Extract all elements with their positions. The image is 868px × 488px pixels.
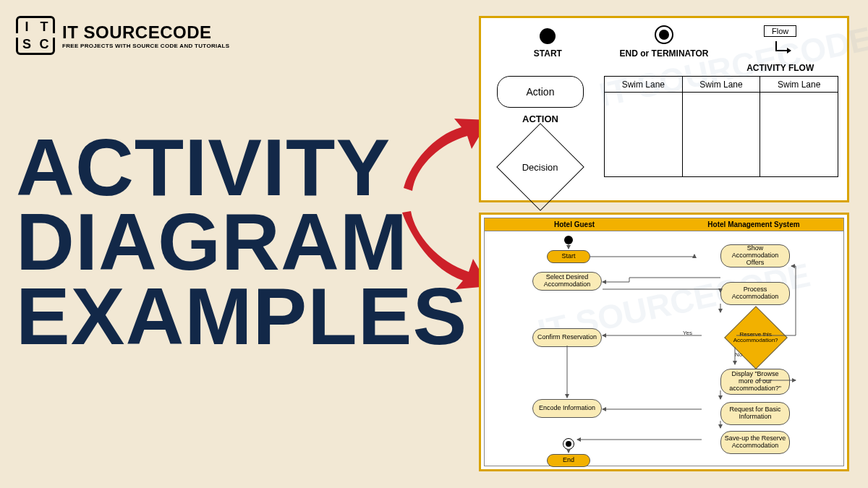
logo-letter: T [35,18,53,35]
lane-body: Show Accommodation Offers Process Accomm… [664,231,843,466]
activity-node: Confirm Reservation [532,328,602,347]
decision-node: Reserve this Accommodation? [724,306,788,369]
legend-end: END or TERMINATOR [606,25,723,73]
lane-header: Hotel Guest [485,218,664,231]
end-node-icon [655,25,673,44]
logo-letter: S [18,35,35,53]
start-node-icon [540,28,556,44]
swimlane-guest: Hotel Guest Start Select Desired Accommo… [485,218,664,466]
lane-header: Hotel Management System [664,218,843,231]
legend-label: ACTIVITY FLOW [746,63,814,73]
activity-node: Select Desired Accommodation [532,272,602,291]
decision-label: Reserve this Accommodation? [733,332,778,344]
logo-letter: I [18,18,35,35]
end-node-icon [563,438,574,450]
legend-shapes-col: Action ACTION Decision [490,76,591,198]
activity-node: Display "Browse more of our accommodatio… [720,369,790,395]
action-shape: Action [497,76,584,108]
activity-node: Encode Information [532,399,602,418]
edge-label-no: No [735,351,742,358]
flow-arrow-icon [770,41,791,59]
edge-label-yes: Yes [683,330,692,336]
pointer-arrow-icon [396,116,490,198]
activity-node: Save-up the Reserve Accommodation [720,431,790,454]
swimlane-header: Swim Lane [605,77,683,93]
legend-label: START [534,48,562,59]
pointer-arrow-icon [396,208,490,298]
activity-diagram-example: IT SOURCECODE Hotel Guest Start Select D… [484,218,844,466]
swimlane-system: Hotel Management System Show Accommodati… [664,218,843,466]
legend-flow: Flow ACTIVITY FLOW [722,25,838,73]
brand-text: IT SOURCECODE FREE PROJECTS WITH SOURCE … [62,22,229,49]
start-node-icon [564,236,573,244]
swimlane-header: Swim Lane [760,77,838,93]
decision-label: Decision [522,161,558,172]
brand-name: IT SOURCECODE [62,22,229,43]
legend-panel: IT SOURCECODE START END or TERMINATOR Fl… [479,16,849,202]
legend-start: START [490,25,606,73]
lane-body: Start Select Desired Accommodation Confi… [485,231,664,466]
flow-box: Flow [764,25,796,37]
activity-node: Request for Basic Information [720,402,790,425]
brand-logo: I T S C IT SOURCECODE FREE PROJECTS WITH… [16,16,229,55]
legend-row-shapes: Action ACTION Decision Swim Lane Swim La… [481,73,847,198]
logo-letter: C [35,35,53,53]
example-panel: IT SOURCECODE Hotel Guest Start Select D… [479,213,849,471]
logo-mark-icon: I T S C [16,16,55,55]
legend-label: END or TERMINATOR [620,48,709,59]
activity-node: End [547,454,590,467]
swimlane-example: Swim Lane Swim Lane Swim Lane [604,76,838,177]
activity-node: Start [547,250,590,263]
activity-node: Show Accommodation Offers [720,244,790,267]
brand-tagline: FREE PROJECTS WITH SOURCE CODE AND TUTOR… [62,43,229,49]
legend-row-symbols: START END or TERMINATOR Flow ACTIVITY FL… [481,18,847,73]
decision-shape: Decision [496,123,584,211]
swimlane-header: Swim Lane [682,77,760,93]
activity-node: Process Accommodation [720,282,790,305]
